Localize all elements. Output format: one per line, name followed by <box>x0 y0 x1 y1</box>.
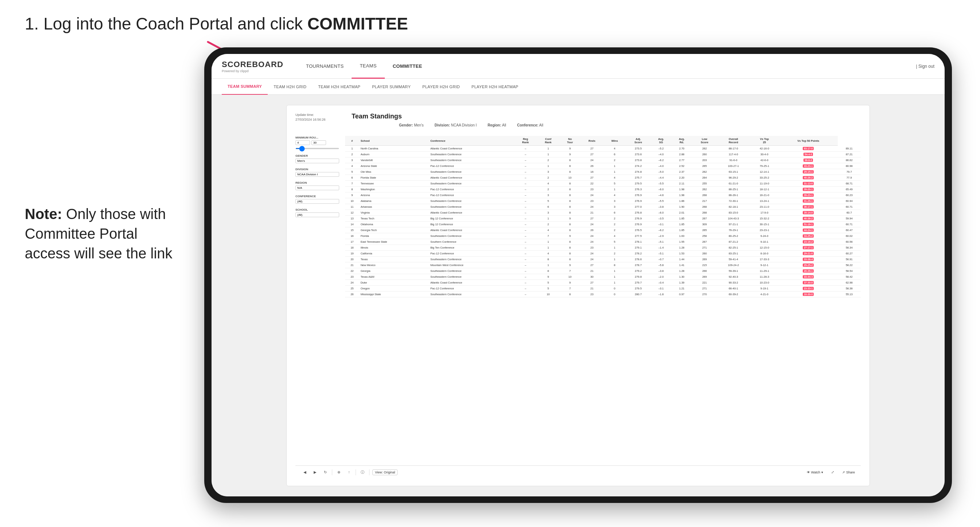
cell-1-3: – <box>514 152 537 157</box>
cell-21-3: – <box>514 268 537 274</box>
cell-1-14: 54-4-0 <box>779 152 838 157</box>
cell-17-8: 279.1 <box>626 245 651 251</box>
sign-out-button[interactable]: | Sign out <box>916 64 934 69</box>
cell-16-7: 5 <box>604 239 626 245</box>
subnav-team-summary[interactable]: TEAM SUMMARY <box>222 79 268 95</box>
cell-17-3: – <box>514 245 537 251</box>
toolbar-fullscreen-btn[interactable]: ⤢ <box>829 469 836 476</box>
table-row: 25OregonPac-12 Conference–57210279.5–3.1… <box>345 286 861 292</box>
cell-7-13: 18-12-1 <box>750 187 779 192</box>
filter-division-section: Division NCAA Division I NCAA Division I… <box>296 168 339 177</box>
cell-1-6: 27 <box>580 152 603 157</box>
subnav-player-h2h-grid[interactable]: PLAYER H2H GRID <box>417 79 466 95</box>
cell-24-5: 7 <box>560 286 580 292</box>
cell-7-3: – <box>514 187 537 192</box>
rounds-slider[interactable] <box>296 148 339 149</box>
cell-7-5: 8 <box>560 187 580 192</box>
cell-9-7: 3 <box>604 198 626 204</box>
cell-25-11: 270 <box>692 292 717 297</box>
subnav-team-h2h-grid[interactable]: TEAM H2H GRID <box>268 79 312 95</box>
cell-25-0: 26 <box>345 292 359 297</box>
cell-21-10: 1.28 <box>671 268 692 274</box>
cell-2-6: 24 <box>580 157 603 163</box>
note-bold: Note: <box>25 206 62 222</box>
cell-5-12: 96-29-2 <box>717 175 750 181</box>
table-row: 20TexasSoutheastern Conference–88241278.… <box>345 257 861 262</box>
gender-select[interactable]: Men's Women's <box>296 159 339 163</box>
cell-19-4: 8 <box>537 257 560 262</box>
cell-0-13: 42-16-0 <box>750 146 779 152</box>
conference-select[interactable]: (All) <box>296 199 339 204</box>
view-original-button[interactable]: View: Original <box>372 470 398 475</box>
cell-13-3: – <box>514 222 537 227</box>
cell-6-7: 5 <box>604 181 626 187</box>
view-original-label: View: Original <box>375 470 395 474</box>
cell-17-10: 1.28 <box>671 245 692 251</box>
division-select[interactable]: NCAA Division I NCAA Division II <box>296 172 339 177</box>
cell-20-6: 27 <box>580 262 603 268</box>
cell-10-10: 1.90 <box>671 204 692 210</box>
table-row: 11ArkansasSoutheastern Conference–682432… <box>345 204 861 210</box>
cell-11-6: 21 <box>580 210 603 216</box>
table-row: 9ArizonaPac-12 Conference–38244276.9–4.6… <box>345 192 861 198</box>
table-area: # School Conference RegRank ConfRank NoT… <box>345 136 861 465</box>
subnav-player-summary[interactable]: PLAYER SUMMARY <box>366 79 417 95</box>
cell-8-0: 9 <box>345 192 359 198</box>
toolbar-back-btn[interactable]: ◀ <box>301 469 309 476</box>
col-adj-score: Adj.Score <box>626 136 651 146</box>
min-input[interactable] <box>296 140 310 145</box>
toolbar-info-btn[interactable]: ⓘ <box>359 469 366 476</box>
subnav-player-h2h-heatmap[interactable]: PLAYER H2H HEATMAP <box>466 79 524 95</box>
cell-0-6: 27 <box>580 146 603 152</box>
region-select[interactable]: N/A All <box>296 186 339 190</box>
filter-region-section: Region N/A All <box>296 181 339 190</box>
cell-2-12: 91-6-0 <box>717 157 750 163</box>
content-panel: Update time: 27/03/2024 16:56:26 Team St… <box>286 105 870 486</box>
cell-16-12: 87-21-2 <box>717 239 750 245</box>
cell-15-8: 277.5 <box>626 233 651 239</box>
school-select[interactable]: (All) <box>296 213 339 217</box>
cell-2-1: Vanderbilt <box>359 157 429 163</box>
col-school: School <box>359 136 429 146</box>
cell-4-10: 2.37 <box>671 169 692 175</box>
cell-5-4: 2 <box>537 175 560 181</box>
table-row: 1North CarolinaAtlantic Coast Conference… <box>345 146 861 152</box>
cell-7-7: 1 <box>604 187 626 192</box>
cell-0-3: – <box>514 146 537 152</box>
toolbar-forward-btn[interactable]: ▶ <box>312 469 319 476</box>
cell-6-9: –5.5 <box>651 181 671 187</box>
max-input[interactable] <box>312 140 326 145</box>
cell-4-6: 16 <box>580 169 603 175</box>
min-rounds-label: Minimum Rou... <box>296 136 339 139</box>
cell-4-8: 274.8 <box>626 169 651 175</box>
bottom-toolbar: ◀ ▶ ↻ ⊕ ↑ ⓘ View: Original 👁 W <box>296 465 861 479</box>
cell-4-9: –5.0 <box>651 169 671 175</box>
cell-7-4: 2 <box>537 187 560 192</box>
cell-10-5: 8 <box>560 204 580 210</box>
toolbar-bookmark-btn[interactable]: ⊕ <box>335 469 342 476</box>
cell-5-1: Florida State <box>359 175 429 181</box>
cell-2-4: 2 <box>537 157 560 163</box>
share-button[interactable]: ↗ Share <box>842 470 855 474</box>
cell-24-10: 1.21 <box>671 286 692 292</box>
toolbar-reload-btn[interactable]: ↻ <box>322 469 329 476</box>
cell-11-8: 276.8 <box>626 210 651 216</box>
nav-tournaments[interactable]: TOURNAMENTS <box>298 54 352 79</box>
app-header: SCOREBOARD Powered by clippd TOURNAMENTS… <box>212 54 945 79</box>
cell-16-14: 23-18-2 <box>779 239 838 245</box>
cell-0-14: 63-17-0 <box>779 146 838 152</box>
watch-button[interactable]: 👁 Watch ▾ <box>807 470 823 474</box>
nav-committee[interactable]: COMMITTEE <box>385 54 430 79</box>
cell-6-4: 4 <box>537 181 560 187</box>
subnav-team-h2h-heatmap[interactable]: TEAM H2H HEATMAP <box>312 79 366 95</box>
cell-25-6: 23 <box>580 292 603 297</box>
cell-18-14: 29-21-0 <box>779 251 838 257</box>
cell-9-14: 31-29-1 <box>779 198 838 204</box>
nav-teams[interactable]: TEAMS <box>352 54 384 79</box>
cell-15-7: 4 <box>604 233 626 239</box>
standings-table: # School Conference RegRank ConfRank NoT… <box>345 136 861 297</box>
cell-23-4: 5 <box>537 280 560 286</box>
toolbar-share-btn[interactable]: ↑ <box>345 469 353 476</box>
cell-25-5: 8 <box>560 292 580 297</box>
cell-16-4: 1 <box>537 239 560 245</box>
